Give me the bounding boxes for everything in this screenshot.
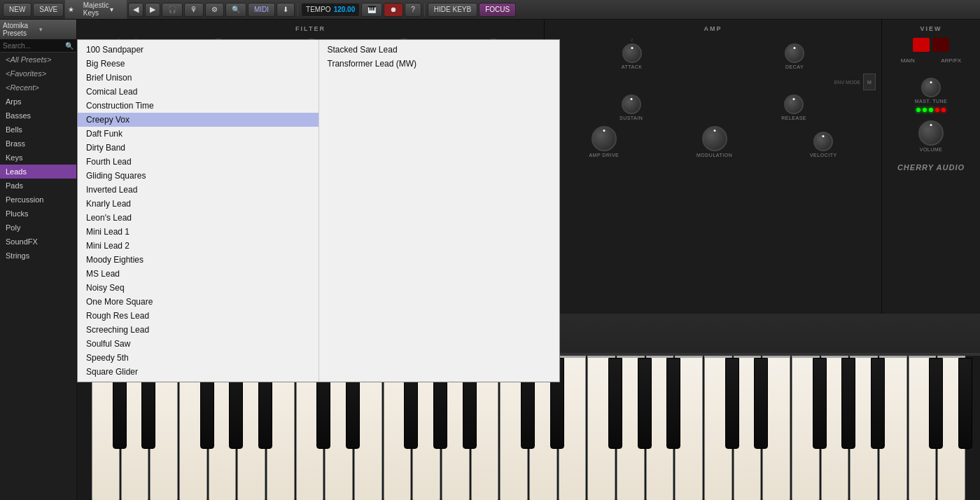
black-key[interactable] xyxy=(929,358,943,449)
star-icon: ★ xyxy=(68,6,82,13)
led-red-2 xyxy=(941,108,946,112)
category-item-percussion[interactable]: Percussion xyxy=(0,193,76,207)
amp-decay-container: DECAY xyxy=(785,43,804,69)
filter-title: FILTER xyxy=(83,25,538,32)
black-key[interactable] xyxy=(841,358,855,449)
led-row xyxy=(888,108,974,112)
category-item-strings[interactable]: Strings xyxy=(0,249,76,263)
dropdown-item[interactable]: Knarly Lead xyxy=(78,197,318,211)
dropdown-item[interactable]: Fourth Lead xyxy=(78,155,318,169)
help-icon[interactable]: ? xyxy=(405,3,421,17)
category-item--all-presets-[interactable]: <All Presets> xyxy=(0,53,76,67)
black-key[interactable] xyxy=(958,358,972,449)
tempo-display: TEMPO 120.00 xyxy=(301,3,360,17)
dropdown-item[interactable]: Gliding Squares xyxy=(78,169,318,183)
white-key[interactable] xyxy=(704,356,732,500)
black-key[interactable] xyxy=(871,358,885,449)
focus-button[interactable]: FOCUS xyxy=(479,3,516,17)
white-key[interactable] xyxy=(909,356,937,500)
search-box: 🔍 xyxy=(0,40,76,53)
settings-icon[interactable]: ⚙ xyxy=(205,3,224,17)
amp-drive-knob[interactable] xyxy=(592,126,617,151)
dropdown-item[interactable]: Screeching Lead xyxy=(78,323,318,337)
dropdown-item[interactable]: Square Glider xyxy=(78,365,318,379)
nav-prev-button[interactable]: ◀ xyxy=(128,3,144,17)
amp-velocity-knob[interactable] xyxy=(813,132,833,151)
dropdown-item[interactable]: Stacked Saw Lead xyxy=(319,43,560,57)
dropdown-item[interactable]: Noisy Seq xyxy=(78,281,318,295)
category-item-brass[interactable]: Brass xyxy=(0,137,76,151)
category-item-bells[interactable]: Bells xyxy=(0,123,76,137)
search-icon-small: 🔍 xyxy=(65,42,74,50)
dropdown-item[interactable]: Daft Funk xyxy=(78,127,318,141)
dropdown-item[interactable]: Dirty Band xyxy=(78,141,318,155)
search-icon[interactable]: 🔍 xyxy=(225,3,246,17)
dropdown-item[interactable]: One More Square xyxy=(78,295,318,309)
amp-decay-knob[interactable] xyxy=(785,43,804,63)
amp-sustain-container: SUSTAIN xyxy=(620,95,643,120)
white-key[interactable] xyxy=(792,356,820,500)
modulation-knob[interactable] xyxy=(702,126,727,151)
category-item-arps[interactable]: Arps xyxy=(0,95,76,109)
amp-attack-knob[interactable] xyxy=(622,43,642,63)
preset-selector[interactable]: ★ Majestic Keys ▾ xyxy=(65,0,127,20)
white-key[interactable] xyxy=(587,356,615,500)
search-input[interactable] xyxy=(3,42,63,50)
dropdown-item[interactable]: Leon's Lead xyxy=(78,211,318,225)
headphones-icon[interactable]: 🎧 xyxy=(162,3,183,17)
dropdown-item[interactable]: Mini Lead 1 xyxy=(78,225,318,239)
dropdown-item[interactable]: Rough Res Lead xyxy=(78,309,318,323)
black-key[interactable] xyxy=(754,358,768,449)
dropdown-item[interactable]: Inverted Lead xyxy=(78,183,318,197)
category-item-keys[interactable]: Keys xyxy=(0,151,76,165)
category-item-leads[interactable]: Leads xyxy=(0,165,76,179)
black-key[interactable] xyxy=(813,358,827,449)
main-view-button[interactable] xyxy=(913,38,930,52)
dropdown-item[interactable]: Comical Lead xyxy=(78,85,318,99)
dropdown-item[interactable]: Big Reese xyxy=(78,57,318,71)
black-key[interactable] xyxy=(638,358,652,449)
category-item-poly[interactable]: Poly xyxy=(0,221,76,235)
amp-sustain-knob[interactable] xyxy=(622,95,641,114)
main-label: MAIN xyxy=(901,57,915,64)
arp-fx-view-button[interactable] xyxy=(932,38,949,52)
save-button[interactable]: SAVE xyxy=(33,3,64,17)
category-item--favorites-[interactable]: <Favorites> xyxy=(0,67,76,81)
category-item-plucks[interactable]: Plucks xyxy=(0,207,76,221)
plugin-icon[interactable]: ⬇ xyxy=(276,3,295,17)
left-panel: Atomika Presets ▾ 🔍 <All Presets><Favori… xyxy=(0,20,77,500)
dropdown-col-1: 100 SandpaperBig ReeseBrief UnisonComica… xyxy=(78,40,319,382)
piano-icon[interactable]: 🎹 xyxy=(361,3,382,17)
midi-icon[interactable]: MIDI xyxy=(248,3,275,17)
dropdown-item[interactable]: 100 Sandpaper xyxy=(78,43,318,57)
dropdown-item[interactable]: Moody Eighties xyxy=(78,253,318,267)
dropdown-item[interactable]: Construction Time xyxy=(78,99,318,113)
amp-velocity-container: VELOCITY xyxy=(810,132,837,158)
category-item-basses[interactable]: Basses xyxy=(0,109,76,123)
dropdown-item[interactable]: Soulful Saw xyxy=(78,337,318,351)
mast-tune-knob[interactable] xyxy=(921,78,941,97)
led-red-1 xyxy=(935,108,939,112)
dropdown-item[interactable]: Brief Unison xyxy=(78,71,318,85)
category-item-pads[interactable]: Pads xyxy=(0,179,76,193)
black-key[interactable] xyxy=(666,358,680,449)
amp-release-knob[interactable] xyxy=(784,95,804,114)
record-icon[interactable]: ⏺ xyxy=(384,3,403,17)
volume-knob[interactable] xyxy=(918,120,944,146)
dropdown-item[interactable]: Mini Lead 2 xyxy=(78,239,318,253)
category-item--recent-[interactable]: <Recent> xyxy=(0,81,76,95)
brand-logo: CHERRY AUDIO xyxy=(888,163,974,172)
hide-keyb-button[interactable]: HIDE KEYB xyxy=(428,3,477,17)
divider2 xyxy=(424,4,425,16)
dropdown-item[interactable]: Speedy 5th xyxy=(78,351,318,365)
mic-icon[interactable]: 🎙 xyxy=(184,3,204,17)
dropdown-item[interactable]: Creepy Vox xyxy=(78,113,318,127)
nav-next-button[interactable]: ▶ xyxy=(145,3,160,17)
dropdown-item[interactable]: Transformer Lead (MW) xyxy=(319,57,560,71)
black-key[interactable] xyxy=(725,358,739,449)
new-button[interactable]: NEW xyxy=(3,3,31,17)
black-key[interactable] xyxy=(608,358,622,449)
bank-selector[interactable]: Atomika Presets ▾ xyxy=(0,20,76,40)
dropdown-item[interactable]: MS Lead xyxy=(78,267,318,281)
category-item-soundfx[interactable]: SoundFX xyxy=(0,235,76,249)
